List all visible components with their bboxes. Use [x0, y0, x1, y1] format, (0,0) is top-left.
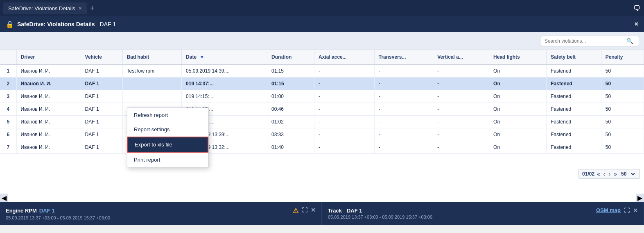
- scroll-right-button[interactable]: ▶: [636, 194, 644, 202]
- table-cell: [122, 90, 181, 103]
- table-cell: On: [489, 103, 547, 116]
- table-cell: 05.09.2019 14:39:...: [182, 64, 267, 78]
- table-cell: DAF 1: [81, 103, 122, 116]
- table-cell: 50: [601, 103, 644, 116]
- table-cell: 03:33: [267, 128, 314, 141]
- table-cell: -: [374, 103, 433, 116]
- page-prev-button[interactable]: ‹: [603, 171, 606, 177]
- search-icon[interactable]: 🔍: [626, 38, 633, 44]
- table-cell: [122, 78, 181, 90]
- table-cell: 5: [0, 116, 16, 128]
- chat-icon[interactable]: 🗨: [633, 4, 641, 13]
- track-time: 05.09.2019 13:37 +03:00 - 05.09.2019 15:…: [328, 215, 638, 219]
- table-cell: 4: [0, 103, 16, 116]
- context-menu-settings[interactable]: Report settings: [127, 122, 208, 137]
- date-filter-icon[interactable]: ▼: [199, 54, 204, 60]
- table-cell: Fastened: [547, 90, 601, 103]
- table-container: Driver Vehicle Bad habit Date ▼ Duration…: [0, 50, 644, 202]
- col-penalty: Penalty: [601, 50, 644, 64]
- new-tab-button[interactable]: +: [90, 4, 95, 13]
- col-vertical: Vertical a...: [433, 50, 489, 64]
- table-cell: -: [314, 141, 375, 154]
- col-transvers: Transvers...: [374, 50, 433, 64]
- table-cell: On: [489, 116, 547, 128]
- scroll-left-button[interactable]: ◀: [0, 194, 8, 202]
- sub-header-title: SafeDrive: Violations Details: [17, 21, 95, 27]
- track-expand-icon[interactable]: ⛶: [624, 207, 630, 214]
- table-cell: 3: [0, 90, 16, 103]
- page-size-select[interactable]: 50 100 200: [619, 171, 636, 177]
- col-driver: Driver: [16, 50, 81, 64]
- main-tab[interactable]: SafeDrive: Violations Details ×: [3, 2, 87, 14]
- table-row[interactable]: 4Иванов И. И.DAF 1019 14:05:...00:46---O…: [0, 103, 644, 116]
- table-cell: -: [374, 78, 433, 90]
- page-current: 01/02: [582, 171, 594, 177]
- violations-table: Driver Vehicle Bad habit Date ▼ Duration…: [0, 50, 644, 154]
- table-row[interactable]: 6Иванов И. И.DAF 1Test low rpm04.09.2019…: [0, 128, 644, 141]
- table-cell: -: [433, 64, 489, 78]
- col-num: [0, 50, 16, 64]
- col-headlights: Head lights: [489, 50, 547, 64]
- osm-map-link[interactable]: OSM map: [596, 207, 621, 214]
- table-cell: -: [374, 116, 433, 128]
- table-cell: On: [489, 141, 547, 154]
- col-bad-habit: Bad habit: [122, 50, 181, 64]
- warning-icon: ⚠: [293, 207, 298, 215]
- bottom-bar: Engine RPM DAF 1 ⚠ ⛶ ✕ 05.09.2019 13:37 …: [0, 202, 644, 225]
- search-input[interactable]: [545, 38, 626, 44]
- expand-icon[interactable]: ⛶: [302, 207, 307, 215]
- table-row[interactable]: 2Иванов И. И.DAF 1019 14:37:...01:15---O…: [0, 78, 644, 90]
- page-first-button[interactable]: «: [596, 171, 601, 177]
- table-cell: -: [433, 128, 489, 141]
- title-bar: SafeDrive: Violations Details × + 🗨: [0, 0, 644, 16]
- table-cell: 00:46: [267, 103, 314, 116]
- track-vehicle: DAF 1: [347, 208, 362, 214]
- table-cell: Иванов И. И.: [16, 128, 81, 141]
- table-cell: Fastened: [547, 128, 601, 141]
- search-box[interactable]: 🔍: [541, 36, 639, 46]
- table-cell: On: [489, 64, 547, 78]
- table-cell: Иванов И. И.: [16, 103, 81, 116]
- track-close-icon[interactable]: ✕: [633, 207, 638, 214]
- table-cell: Иванов И. И.: [16, 116, 81, 128]
- table-cell: DAF 1: [81, 116, 122, 128]
- tab-close-button[interactable]: ×: [79, 5, 82, 11]
- table-row[interactable]: 5Иванов И. И.DAF 1019 13:56:...01:02---O…: [0, 116, 644, 128]
- table-cell: 019 14:37:...: [182, 78, 267, 90]
- context-menu-refresh[interactable]: Refresh report: [127, 108, 208, 122]
- track-title: Track DAF 1 OSM map ⛶ ✕: [328, 207, 638, 214]
- sub-header: 🔒 SafeDrive: Violations Details DAF 1 ×: [0, 16, 644, 32]
- table-cell: -: [314, 64, 375, 78]
- context-menu: Refresh report Report settings Export to…: [127, 107, 209, 167]
- table-cell: -: [314, 103, 375, 116]
- table-row[interactable]: 3Иванов И. И.DAF 1019 14:15:...01:00---O…: [0, 90, 644, 103]
- col-safetybelt: Safety belt: [547, 50, 601, 64]
- page-next-button[interactable]: ›: [608, 171, 612, 177]
- table-row[interactable]: 7Иванов И. И.DAF 1Test low rpm04.09.2019…: [0, 141, 644, 154]
- window-close-button[interactable]: ×: [635, 21, 638, 28]
- engine-rpm-vehicle-link[interactable]: DAF 1: [39, 208, 55, 214]
- table-cell: DAF 1: [81, 90, 122, 103]
- lock-icon: 🔒: [6, 21, 14, 28]
- context-menu-print[interactable]: Print report: [127, 153, 208, 167]
- engine-rpm-label: Engine RPM: [6, 208, 37, 214]
- page-last-button[interactable]: »: [613, 171, 618, 177]
- table-cell: -: [314, 90, 375, 103]
- engine-rpm-panel: Engine RPM DAF 1 ⚠ ⛶ ✕ 05.09.2019 13:37 …: [0, 202, 322, 225]
- table-cell: Иванов И. И.: [16, 90, 81, 103]
- table-cell: 01:15: [267, 64, 314, 78]
- table-cell: DAF 1: [81, 78, 122, 90]
- col-date[interactable]: Date ▼: [182, 50, 267, 64]
- col-axial: Axial acce...: [314, 50, 375, 64]
- table-body: 1Иванов И. И.DAF 1Test low rpm05.09.2019…: [0, 64, 644, 154]
- engine-close-icon[interactable]: ✕: [311, 207, 316, 215]
- sub-header-vehicle: DAF 1: [100, 21, 116, 27]
- table-cell: -: [433, 90, 489, 103]
- table-cell: 7: [0, 141, 16, 154]
- table-cell: -: [314, 116, 375, 128]
- table-cell: -: [374, 141, 433, 154]
- table-row[interactable]: 1Иванов И. И.DAF 1Test low rpm05.09.2019…: [0, 64, 644, 78]
- table-cell: Fastened: [547, 103, 601, 116]
- table-cell: -: [433, 103, 489, 116]
- context-menu-export[interactable]: Export to xls file: [127, 137, 208, 153]
